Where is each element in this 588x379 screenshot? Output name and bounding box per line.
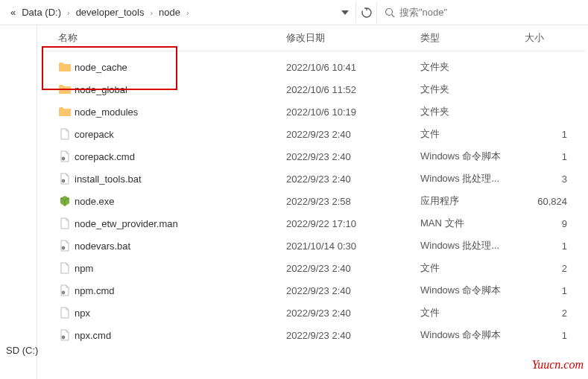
file-name: install_tools.bat <box>75 173 286 185</box>
refresh-button[interactable] <box>355 2 376 23</box>
file-size: 1 <box>525 151 588 162</box>
file-icon-blank <box>55 217 75 229</box>
breadcrumb-item-devtools[interactable]: developer_tools <box>73 5 148 19</box>
file-name: node.exe <box>75 196 286 207</box>
file-size: 1 <box>525 330 588 341</box>
column-header-name[interactable]: 名称 <box>55 31 286 45</box>
file-date: 2022/9/23 2:40 <box>286 263 420 274</box>
sidebar: SD (C:) <box>0 25 37 379</box>
file-icon-folder <box>55 62 75 72</box>
file-size: 9 <box>525 218 588 229</box>
file-type: 文件 <box>420 306 525 319</box>
file-icon-blank <box>55 307 75 319</box>
file-name: npm.cmd <box>75 285 286 296</box>
file-icon-cmd <box>55 150 75 162</box>
file-row[interactable]: node_cache2022/10/6 10:41文件夹 <box>37 56 588 78</box>
file-icon-blank <box>55 262 75 274</box>
file-date: 2022/9/23 2:40 <box>286 129 420 140</box>
column-header-type[interactable]: 类型 <box>420 31 525 45</box>
search-input[interactable]: 搜索"node" <box>376 2 585 23</box>
chevron-right-icon[interactable]: › <box>183 8 192 17</box>
svg-point-6 <box>62 336 66 340</box>
file-type: 文件夹 <box>420 105 525 118</box>
file-date: 2022/9/23 2:40 <box>286 151 420 162</box>
file-list: node_cache2022/10/6 10:41文件夹node_global2… <box>37 51 588 346</box>
search-icon <box>385 7 395 18</box>
file-icon-folder <box>55 106 75 117</box>
file-icon-cmd <box>55 284 75 296</box>
file-type: 文件 <box>420 127 525 141</box>
svg-point-0 <box>386 8 393 15</box>
file-size: 1 <box>525 129 588 140</box>
breadcrumb-item-data[interactable]: Data (D:) <box>19 5 64 19</box>
search-placeholder: 搜索"node" <box>399 6 447 19</box>
file-row[interactable]: corepack.cmd2022/9/23 2:40Windows 命令脚本1 <box>37 145 588 168</box>
file-name: node_global <box>75 84 286 95</box>
file-type: Windows 批处理... <box>420 239 525 252</box>
file-type: 文件夹 <box>420 60 525 74</box>
file-date: 2022/9/23 2:40 <box>286 308 420 319</box>
address-toolbar: « Data (D:) › developer_tools › node › 搜… <box>0 0 588 25</box>
file-icon-blank <box>55 128 75 140</box>
file-row[interactable]: npx.cmd2022/9/23 2:40Windows 命令脚本1 <box>37 324 588 346</box>
file-size: 1 <box>525 241 588 252</box>
file-size: 1 <box>525 285 588 296</box>
chevron-right-icon[interactable]: › <box>64 8 73 17</box>
file-name: node_etw_provider.man <box>75 218 286 229</box>
file-row[interactable]: npm2022/9/23 2:40文件2 <box>37 257 588 279</box>
file-row[interactable]: corepack2022/9/23 2:40文件1 <box>37 123 588 145</box>
watermark: Yuucn.com <box>532 358 584 372</box>
file-size: 2 <box>525 263 588 274</box>
file-size: 3 <box>525 173 588 185</box>
file-date: 2022/9/23 2:40 <box>286 285 420 296</box>
file-row[interactable]: node_global2022/10/6 11:52文件夹 <box>37 78 588 101</box>
file-type: 文件夹 <box>420 83 525 96</box>
file-row[interactable]: npm.cmd2022/9/23 2:40Windows 命令脚本1 <box>37 279 588 302</box>
file-name: npx <box>75 308 286 319</box>
file-row[interactable]: node_modules2022/10/6 10:19文件夹 <box>37 101 588 123</box>
file-row[interactable]: node_etw_provider.man2022/9/22 17:10MAN … <box>37 212 588 235</box>
column-header-date[interactable]: 修改日期 <box>286 31 420 45</box>
file-row[interactable]: install_tools.bat2022/9/23 2:40Windows 批… <box>37 168 588 190</box>
file-size: 60,824 <box>525 196 588 207</box>
file-name: corepack.cmd <box>75 151 286 162</box>
file-date: 2022/10/6 10:19 <box>286 106 420 118</box>
file-date: 2022/9/22 17:10 <box>286 218 420 229</box>
file-name: node_modules <box>75 106 286 118</box>
content-area: SD (C:) 名称 修改日期 类型 大小 node_cache2022/10/… <box>0 25 588 379</box>
file-type: 应用程序 <box>420 194 525 208</box>
file-type: Windows 命令脚本 <box>420 150 525 163</box>
file-name: corepack <box>75 129 286 140</box>
svg-point-4 <box>62 246 66 250</box>
file-name: node_cache <box>75 62 286 73</box>
file-icon-cmd <box>55 173 75 185</box>
file-date: 2022/10/6 10:41 <box>286 62 420 73</box>
chevron-right-icon[interactable]: › <box>147 8 156 17</box>
column-header-size[interactable]: 大小 <box>525 31 588 45</box>
svg-point-5 <box>62 291 66 295</box>
breadcrumb[interactable]: « Data (D:) › developer_tools › node › <box>3 5 335 19</box>
file-date: 2022/10/6 11:52 <box>286 84 420 95</box>
file-pane: 名称 修改日期 类型 大小 node_cache2022/10/6 10:41文… <box>37 25 588 379</box>
sidebar-item-sd-c[interactable]: SD (C:) <box>0 340 37 360</box>
file-name: npm <box>75 263 286 274</box>
file-type: 文件 <box>420 261 525 275</box>
file-icon-cmd <box>55 329 75 341</box>
file-type: Windows 命令脚本 <box>420 284 525 297</box>
breadcrumb-item-node[interactable]: node <box>156 5 183 19</box>
file-icon-cmd <box>55 240 75 252</box>
file-name: npx.cmd <box>75 330 286 341</box>
history-dropdown-button[interactable] <box>335 2 355 23</box>
svg-point-3 <box>62 179 66 183</box>
file-row[interactable]: nodevars.bat2021/10/14 0:30Windows 批处理..… <box>37 235 588 257</box>
file-row[interactable]: npx2022/9/23 2:40文件2 <box>37 302 588 324</box>
svg-point-2 <box>62 157 66 161</box>
svg-line-1 <box>392 14 395 17</box>
file-size: 2 <box>525 308 588 319</box>
column-headers: 名称 修改日期 类型 大小 <box>37 25 588 51</box>
file-type: Windows 批处理... <box>420 172 525 185</box>
breadcrumb-ellipsis[interactable]: « <box>7 5 19 19</box>
file-date: 2022/9/23 2:40 <box>286 330 420 341</box>
file-type: Windows 命令脚本 <box>420 328 525 342</box>
file-row[interactable]: node.exe2022/9/23 2:58应用程序60,824 <box>37 190 588 212</box>
